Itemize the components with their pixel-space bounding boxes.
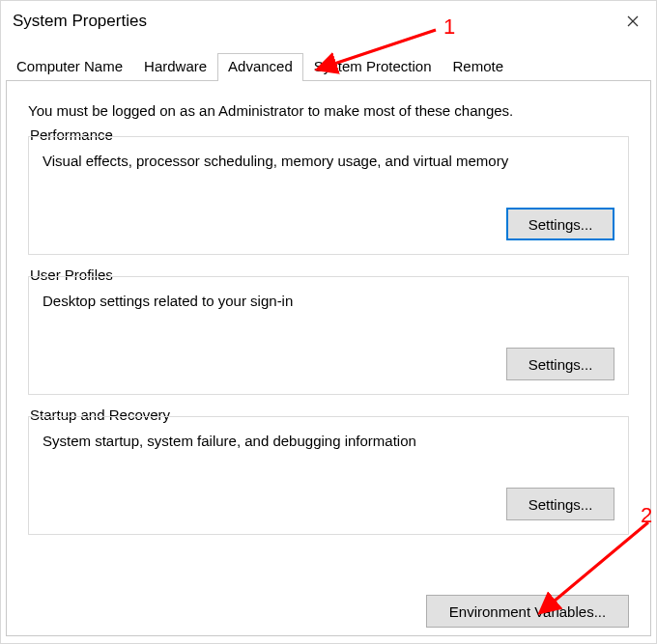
group-user-profiles-frame: Desktop settings related to your sign-in… bbox=[28, 276, 629, 395]
startup-recovery-settings-button[interactable]: Settings... bbox=[506, 488, 614, 520]
group-user-profiles-desc: Desktop settings related to your sign-in bbox=[43, 293, 614, 309]
env-vars-row: Environment Variables... bbox=[426, 595, 629, 628]
tab-hardware[interactable]: Hardware bbox=[133, 53, 217, 80]
window-title: System Properties bbox=[13, 12, 610, 31]
close-icon bbox=[627, 15, 639, 27]
group-user-profiles: User Profiles Desktop settings related t… bbox=[28, 276, 629, 395]
performance-settings-button[interactable]: Settings... bbox=[506, 208, 614, 240]
tab-system-protection[interactable]: System Protection bbox=[303, 53, 443, 80]
annotation-number-1: 1 bbox=[443, 14, 455, 40]
environment-variables-button[interactable]: Environment Variables... bbox=[426, 595, 629, 628]
tab-remote[interactable]: Remote bbox=[443, 53, 515, 80]
system-properties-window: System Properties Computer Name Hardware… bbox=[0, 0, 657, 644]
group-startup-recovery: Startup and Recovery System startup, sys… bbox=[28, 416, 629, 535]
advanced-panel: You must be logged on as an Administrato… bbox=[6, 81, 651, 636]
group-performance-desc: Visual effects, processor scheduling, me… bbox=[43, 153, 614, 169]
group-startup-recovery-desc: System startup, system failure, and debu… bbox=[43, 433, 614, 449]
group-performance: Performance Visual effects, processor sc… bbox=[28, 136, 629, 255]
admin-intro-text: You must be logged on as an Administrato… bbox=[28, 102, 629, 119]
tab-computer-name[interactable]: Computer Name bbox=[6, 53, 133, 80]
annotation-number-2: 2 bbox=[641, 503, 652, 528]
tab-advanced[interactable]: Advanced bbox=[217, 53, 303, 81]
user-profiles-settings-button[interactable]: Settings... bbox=[506, 348, 614, 380]
tabstrip: Computer Name Hardware Advanced System P… bbox=[6, 51, 651, 81]
close-button[interactable] bbox=[610, 1, 656, 42]
group-startup-recovery-frame: System startup, system failure, and debu… bbox=[28, 416, 629, 535]
titlebar: System Properties bbox=[1, 1, 656, 42]
group-performance-frame: Visual effects, processor scheduling, me… bbox=[28, 136, 629, 255]
